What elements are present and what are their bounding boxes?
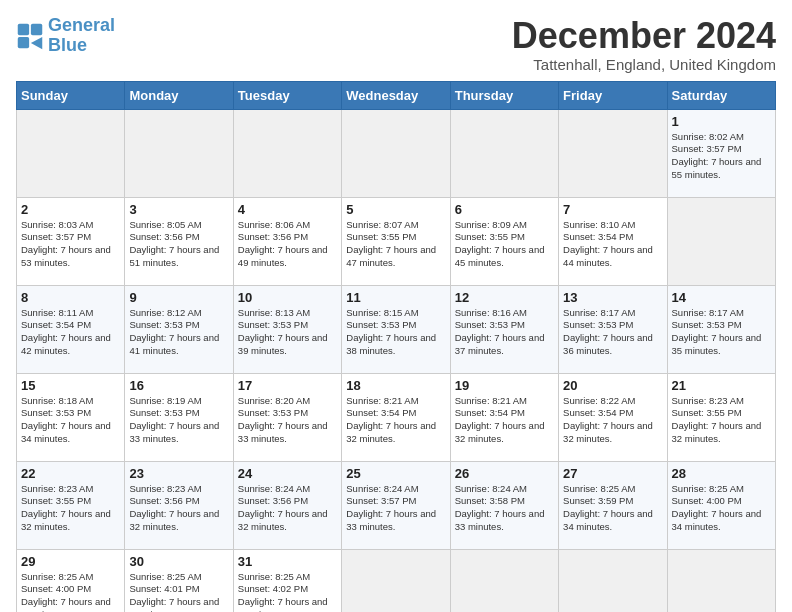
day-number: 26	[455, 466, 554, 481]
day-number: 30	[129, 554, 228, 569]
day-number: 21	[672, 378, 771, 393]
day-number: 28	[672, 466, 771, 481]
day-number: 10	[238, 290, 337, 305]
cell-text: Sunrise: 8:20 AMSunset: 3:53 PMDaylight:…	[238, 395, 337, 446]
cell-text: Sunrise: 8:25 AMSunset: 4:02 PMDaylight:…	[238, 571, 337, 612]
location-subtitle: Tattenhall, England, United Kingdom	[512, 56, 776, 73]
table-row	[559, 549, 667, 612]
table-row: 30Sunrise: 8:25 AMSunset: 4:01 PMDayligh…	[125, 549, 233, 612]
table-row	[233, 109, 341, 197]
day-number: 7	[563, 202, 662, 217]
day-number: 18	[346, 378, 445, 393]
table-row: 4Sunrise: 8:06 AMSunset: 3:56 PMDaylight…	[233, 197, 341, 285]
header-cell-tuesday: Tuesday	[233, 81, 341, 109]
table-row: 12Sunrise: 8:16 AMSunset: 3:53 PMDayligh…	[450, 285, 558, 373]
cell-text: Sunrise: 8:02 AMSunset: 3:57 PMDaylight:…	[672, 131, 771, 182]
table-row: 13Sunrise: 8:17 AMSunset: 3:53 PMDayligh…	[559, 285, 667, 373]
table-row	[667, 549, 775, 612]
table-row: 26Sunrise: 8:24 AMSunset: 3:58 PMDayligh…	[450, 461, 558, 549]
table-row: 8Sunrise: 8:11 AMSunset: 3:54 PMDaylight…	[17, 285, 125, 373]
table-row	[667, 197, 775, 285]
table-row	[17, 109, 125, 197]
header-cell-wednesday: Wednesday	[342, 81, 450, 109]
day-number: 23	[129, 466, 228, 481]
calendar-week-1: 1Sunrise: 8:02 AMSunset: 3:57 PMDaylight…	[17, 109, 776, 197]
svg-marker-3	[31, 37, 42, 49]
cell-text: Sunrise: 8:07 AMSunset: 3:55 PMDaylight:…	[346, 219, 445, 270]
header-cell-monday: Monday	[125, 81, 233, 109]
header-row: SundayMondayTuesdayWednesdayThursdayFrid…	[17, 81, 776, 109]
cell-text: Sunrise: 8:24 AMSunset: 3:56 PMDaylight:…	[238, 483, 337, 534]
cell-text: Sunrise: 8:17 AMSunset: 3:53 PMDaylight:…	[672, 307, 771, 358]
table-row	[450, 109, 558, 197]
table-row: 27Sunrise: 8:25 AMSunset: 3:59 PMDayligh…	[559, 461, 667, 549]
cell-text: Sunrise: 8:23 AMSunset: 3:56 PMDaylight:…	[129, 483, 228, 534]
cell-text: Sunrise: 8:23 AMSunset: 3:55 PMDaylight:…	[21, 483, 120, 534]
cell-text: Sunrise: 8:25 AMSunset: 4:00 PMDaylight:…	[672, 483, 771, 534]
cell-text: Sunrise: 8:09 AMSunset: 3:55 PMDaylight:…	[455, 219, 554, 270]
table-row: 22Sunrise: 8:23 AMSunset: 3:55 PMDayligh…	[17, 461, 125, 549]
svg-rect-0	[18, 24, 29, 35]
day-number: 16	[129, 378, 228, 393]
cell-text: Sunrise: 8:19 AMSunset: 3:53 PMDaylight:…	[129, 395, 228, 446]
table-row: 14Sunrise: 8:17 AMSunset: 3:53 PMDayligh…	[667, 285, 775, 373]
header-cell-sunday: Sunday	[17, 81, 125, 109]
logo-line1: General	[48, 15, 115, 35]
table-row: 21Sunrise: 8:23 AMSunset: 3:55 PMDayligh…	[667, 373, 775, 461]
table-row: 11Sunrise: 8:15 AMSunset: 3:53 PMDayligh…	[342, 285, 450, 373]
day-number: 15	[21, 378, 120, 393]
cell-text: Sunrise: 8:25 AMSunset: 4:00 PMDaylight:…	[21, 571, 120, 612]
svg-rect-1	[31, 24, 42, 35]
cell-text: Sunrise: 8:17 AMSunset: 3:53 PMDaylight:…	[563, 307, 662, 358]
cell-text: Sunrise: 8:18 AMSunset: 3:53 PMDaylight:…	[21, 395, 120, 446]
day-number: 22	[21, 466, 120, 481]
table-row: 7Sunrise: 8:10 AMSunset: 3:54 PMDaylight…	[559, 197, 667, 285]
table-row: 28Sunrise: 8:25 AMSunset: 4:00 PMDayligh…	[667, 461, 775, 549]
calendar-week-6: 29Sunrise: 8:25 AMSunset: 4:00 PMDayligh…	[17, 549, 776, 612]
day-number: 4	[238, 202, 337, 217]
header-cell-saturday: Saturday	[667, 81, 775, 109]
header-cell-thursday: Thursday	[450, 81, 558, 109]
table-row: 20Sunrise: 8:22 AMSunset: 3:54 PMDayligh…	[559, 373, 667, 461]
cell-text: Sunrise: 8:21 AMSunset: 3:54 PMDaylight:…	[346, 395, 445, 446]
cell-text: Sunrise: 8:16 AMSunset: 3:53 PMDaylight:…	[455, 307, 554, 358]
table-row: 10Sunrise: 8:13 AMSunset: 3:53 PMDayligh…	[233, 285, 341, 373]
day-number: 17	[238, 378, 337, 393]
table-row: 16Sunrise: 8:19 AMSunset: 3:53 PMDayligh…	[125, 373, 233, 461]
table-row	[450, 549, 558, 612]
cell-text: Sunrise: 8:24 AMSunset: 3:58 PMDaylight:…	[455, 483, 554, 534]
day-number: 24	[238, 466, 337, 481]
logo-icon	[16, 22, 44, 50]
table-row: 2Sunrise: 8:03 AMSunset: 3:57 PMDaylight…	[17, 197, 125, 285]
day-number: 25	[346, 466, 445, 481]
day-number: 31	[238, 554, 337, 569]
cell-text: Sunrise: 8:12 AMSunset: 3:53 PMDaylight:…	[129, 307, 228, 358]
table-row: 19Sunrise: 8:21 AMSunset: 3:54 PMDayligh…	[450, 373, 558, 461]
table-row	[342, 109, 450, 197]
table-row: 17Sunrise: 8:20 AMSunset: 3:53 PMDayligh…	[233, 373, 341, 461]
day-number: 8	[21, 290, 120, 305]
cell-text: Sunrise: 8:15 AMSunset: 3:53 PMDaylight:…	[346, 307, 445, 358]
table-row: 18Sunrise: 8:21 AMSunset: 3:54 PMDayligh…	[342, 373, 450, 461]
logo-text: General Blue	[48, 16, 115, 56]
cell-text: Sunrise: 8:22 AMSunset: 3:54 PMDaylight:…	[563, 395, 662, 446]
day-number: 6	[455, 202, 554, 217]
day-number: 2	[21, 202, 120, 217]
logo: General Blue	[16, 16, 115, 56]
day-number: 29	[21, 554, 120, 569]
day-number: 9	[129, 290, 228, 305]
cell-text: Sunrise: 8:21 AMSunset: 3:54 PMDaylight:…	[455, 395, 554, 446]
day-number: 13	[563, 290, 662, 305]
calendar-table: SundayMondayTuesdayWednesdayThursdayFrid…	[16, 81, 776, 612]
table-row: 1Sunrise: 8:02 AMSunset: 3:57 PMDaylight…	[667, 109, 775, 197]
calendar-week-5: 22Sunrise: 8:23 AMSunset: 3:55 PMDayligh…	[17, 461, 776, 549]
svg-rect-2	[18, 37, 29, 48]
day-number: 19	[455, 378, 554, 393]
table-row	[342, 549, 450, 612]
cell-text: Sunrise: 8:03 AMSunset: 3:57 PMDaylight:…	[21, 219, 120, 270]
cell-text: Sunrise: 8:05 AMSunset: 3:56 PMDaylight:…	[129, 219, 228, 270]
day-number: 11	[346, 290, 445, 305]
cell-text: Sunrise: 8:24 AMSunset: 3:57 PMDaylight:…	[346, 483, 445, 534]
table-row: 6Sunrise: 8:09 AMSunset: 3:55 PMDaylight…	[450, 197, 558, 285]
day-number: 1	[672, 114, 771, 129]
